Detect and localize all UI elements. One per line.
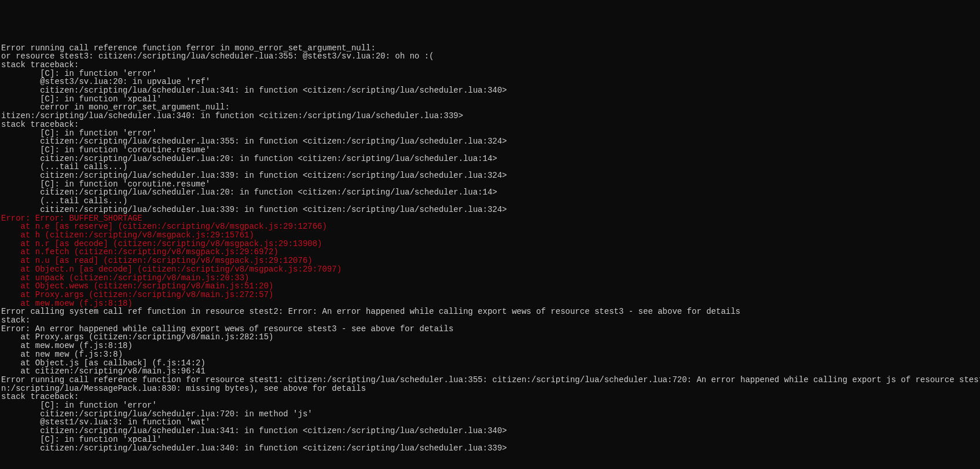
console-line: at mew.moew (f.js:8:18) — [1, 342, 979, 350]
console-line: or resource stest3: citizen:/scripting/l… — [1, 52, 979, 61]
console-line: at n.fetch (citizen:/scripting/v8/msgpac… — [1, 248, 979, 257]
console-line: Error: Error: BUFFER_SHORTAGE — [1, 214, 979, 223]
console-line: (...tail calls...) — [1, 197, 979, 206]
console-line: @stest3/sv.lua:20: in upvalue 'ref' — [1, 78, 979, 86]
console-line: [C]: in function 'coroutine.resume' — [1, 180, 979, 189]
console-line: at Object.js [as callback] (f.js:14:2) — [1, 359, 979, 368]
console-line: Error running call reference function fo… — [1, 376, 979, 384]
console-line: at unpack (citizen:/scripting/v8/main.js… — [1, 274, 979, 283]
console-line: at mew.moew (f.js:8:18) — [1, 299, 979, 308]
console-line: at n.r [as decode] (citizen:/scripting/v… — [1, 240, 979, 248]
console-line: citizen:/scripting/lua/scheduler.lua:20:… — [1, 188, 979, 197]
console-line: cerror in mono_error_set_argument_null: — [1, 103, 979, 112]
console-line: [C]: in function 'error' — [1, 69, 979, 78]
console-line: at n.u [as read] (citizen:/scripting/v8/… — [1, 257, 979, 265]
console-line: stack: — [1, 316, 979, 325]
console-line: stack traceback: — [1, 120, 979, 129]
console-line: at Object.wews (citizen:/scripting/v8/ma… — [1, 282, 979, 291]
console-line: citizen:/scripting/lua/scheduler.lua:341… — [1, 427, 979, 435]
console-line: citizen:/scripting/lua/scheduler.lua:20:… — [1, 155, 979, 163]
console-line: [C]: in function 'error' — [1, 129, 979, 138]
console-line: citizen:/scripting/lua/scheduler.lua:341… — [1, 86, 979, 95]
console-line: citizen:/scripting/lua/scheduler.lua:720… — [1, 410, 979, 419]
console-line: Error running call reference function fe… — [1, 44, 979, 53]
console-line: stack traceback: — [1, 61, 979, 69]
console-line: at citizen:/scripting/v8/main.js:96:41 — [1, 367, 979, 376]
terminal-output[interactable]: Error running call reference function fe… — [0, 43, 980, 454]
console-line: at Proxy.args (citizen:/scripting/v8/mai… — [1, 291, 979, 299]
console-line: @stest1/sv.lua:3: in function 'wat' — [1, 418, 979, 427]
console-line: Error calling system call ref function i… — [1, 307, 979, 316]
console-line: stack traceback: — [1, 393, 979, 401]
console-line: citizen:/scripting/lua/scheduler.lua:339… — [1, 206, 979, 214]
console-line: Error: An error happened while calling e… — [1, 325, 979, 334]
console-line: citizen:/scripting/lua/scheduler.lua:339… — [1, 171, 979, 180]
console-line: n:/scripting/lua/MessagePack.lua:830: mi… — [1, 384, 979, 393]
console-line: at Proxy.args (citizen:/scripting/v8/mai… — [1, 333, 979, 342]
console-line: at h (citizen:/scripting/v8/msgpack.js:2… — [1, 231, 979, 240]
console-line: citizen:/scripting/lua/scheduler.lua:340… — [1, 444, 979, 453]
console-line: [C]: in function 'xpcall' — [1, 95, 979, 104]
console-line: (...tail calls...) — [1, 163, 979, 171]
console-line: at n.e [as reserve] (citizen:/scripting/… — [1, 222, 979, 231]
console-line: at new mew (f.js:3:8) — [1, 350, 979, 359]
console-line: [C]: in function 'error' — [1, 401, 979, 410]
console-line: citizen:/scripting/lua/scheduler.lua:355… — [1, 137, 979, 146]
console-line: [C]: in function 'xpcall' — [1, 435, 979, 444]
console-line: [C]: in function 'coroutine.resume' — [1, 146, 979, 155]
console-line: at Object.n [as decode] (citizen:/script… — [1, 265, 979, 274]
console-line: itizen:/scripting/lua/scheduler.lua:340:… — [1, 112, 979, 120]
